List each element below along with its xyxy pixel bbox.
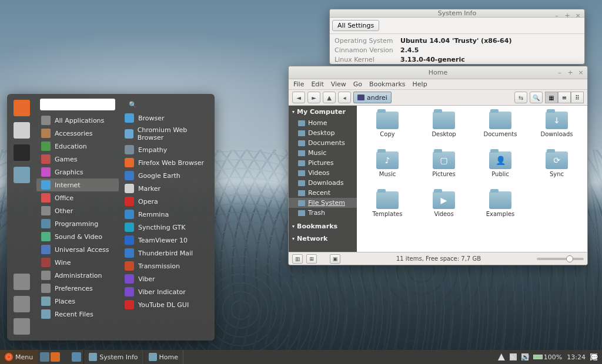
- sidebar-item-trash[interactable]: Trash: [289, 208, 357, 218]
- app-marker[interactable]: Marker: [121, 182, 212, 195]
- favorite-files[interactable]: [14, 122, 30, 139]
- favorite-disk1[interactable]: [14, 274, 30, 290]
- task-system-info[interactable]: System Info: [83, 350, 143, 364]
- sidebar-item-pictures[interactable]: Pictures: [289, 158, 357, 168]
- system-info-titlebar[interactable]: System Info – + ×: [330, 9, 584, 18]
- task-home[interactable]: Home: [143, 350, 183, 364]
- maximize-button[interactable]: +: [563, 11, 571, 19]
- folder-desktop[interactable]: Desktop: [417, 112, 471, 149]
- sidebar-item-desktop[interactable]: Desktop: [289, 128, 357, 138]
- favorite-disk2[interactable]: [14, 296, 30, 312]
- status-places-button[interactable]: ▥: [292, 254, 303, 264]
- app-youtube-dl-gui[interactable]: YouTube DL GUI: [121, 298, 212, 311]
- app-chromium-web-browser[interactable]: Chromium Web Browser: [121, 124, 212, 143]
- quick-launch-item[interactable]: [61, 352, 71, 362]
- nav-up-button[interactable]: ▲: [323, 92, 336, 103]
- category-all-applications[interactable]: All Applications: [36, 114, 119, 127]
- toggle-path-button[interactable]: ⇆: [514, 92, 527, 103]
- favorite-folder[interactable]: [14, 167, 30, 183]
- user-icon[interactable]: [498, 353, 505, 360]
- app-syncthing-gtk[interactable]: Syncthing GTK: [121, 221, 212, 234]
- volume-icon[interactable]: 🔊: [521, 353, 529, 360]
- app-browser[interactable]: Browser: [121, 112, 212, 124]
- category-accessories[interactable]: Accessories: [36, 127, 119, 140]
- notifications-icon[interactable]: 💬: [590, 353, 597, 360]
- app-google-earth[interactable]: Google Earth: [121, 169, 212, 182]
- category-office[interactable]: Office: [36, 191, 119, 204]
- battery-indicator[interactable]: 100%: [533, 353, 562, 361]
- quick-launch-item[interactable]: [51, 352, 60, 362]
- folder-videos[interactable]: ▶Videos: [417, 191, 471, 229]
- file-manager-titlebar[interactable]: Home – + ×: [289, 66, 587, 79]
- all-settings-button[interactable]: All Settings: [332, 20, 379, 31]
- menu-view[interactable]: View: [331, 80, 346, 88]
- sidebar-section-computer[interactable]: My Computer: [289, 106, 357, 118]
- minimize-button[interactable]: –: [556, 68, 564, 76]
- nav-path-button[interactable]: ◂: [338, 92, 351, 103]
- folder-pictures[interactable]: ▢Pictures: [417, 151, 471, 189]
- folder-templates[interactable]: Templates: [360, 191, 414, 229]
- view-list-button[interactable]: ≡: [558, 92, 571, 103]
- search-button[interactable]: 🔍: [530, 92, 543, 103]
- minimize-button[interactable]: –: [553, 11, 561, 19]
- favorite-firefox[interactable]: [14, 100, 30, 116]
- sidebar-item-downloads[interactable]: Downloads: [289, 178, 357, 188]
- menu-help[interactable]: Help: [413, 80, 427, 88]
- app-transmission[interactable]: Transmission: [121, 259, 212, 272]
- nav-forward-button[interactable]: ►: [307, 92, 320, 103]
- category-programming[interactable]: Programming: [36, 217, 119, 230]
- folder-copy[interactable]: Copy: [360, 112, 414, 149]
- category-internet[interactable]: Internet: [36, 178, 119, 191]
- favorite-power[interactable]: [14, 318, 30, 335]
- category-places[interactable]: Places: [36, 295, 119, 308]
- category-wine[interactable]: Wine: [36, 256, 119, 269]
- sidebar-item-home[interactable]: Home: [289, 118, 357, 128]
- app-thunderbird-mail[interactable]: Thunderbird Mail: [121, 247, 212, 259]
- sidebar-item-file-system[interactable]: File System: [289, 198, 357, 208]
- app-empathy[interactable]: Empathy: [121, 143, 212, 156]
- close-button[interactable]: ×: [574, 11, 582, 19]
- folder-public[interactable]: 👤Public: [473, 151, 527, 189]
- app-opera[interactable]: Opera: [121, 195, 212, 208]
- folder-downloads[interactable]: ↓Downloads: [530, 112, 584, 149]
- nav-back-button[interactable]: ◄: [292, 92, 305, 103]
- network-icon[interactable]: ✎: [510, 353, 517, 360]
- category-administration[interactable]: Administration: [36, 269, 119, 282]
- folder-sync[interactable]: ⟳Sync: [530, 151, 584, 189]
- close-button[interactable]: ×: [577, 68, 585, 76]
- path-segment-home[interactable]: andrei: [353, 92, 392, 103]
- app-viber-indicator[interactable]: Viber Indicator: [121, 285, 212, 298]
- folder-examples[interactable]: Examples: [473, 191, 527, 229]
- view-compact-button[interactable]: ⠿: [571, 92, 584, 103]
- app-search[interactable]: 🔍: [40, 99, 115, 110]
- sidebar-section-network[interactable]: Network: [289, 232, 357, 245]
- app-teamviewer-10[interactable]: TeamViewer 10: [121, 234, 212, 247]
- folder-documents[interactable]: Documents: [473, 112, 527, 149]
- status-tree-button[interactable]: ⊞: [306, 254, 317, 264]
- menu-go[interactable]: Go: [353, 80, 362, 88]
- status-sidebar-button[interactable]: ▣: [330, 254, 340, 264]
- menu-edit[interactable]: Edit: [311, 80, 323, 88]
- menu-file[interactable]: File: [293, 80, 304, 88]
- zoom-slider[interactable]: [537, 258, 584, 260]
- clock[interactable]: 13:24: [567, 353, 586, 361]
- quick-launch-item[interactable]: [40, 352, 49, 362]
- app-search-input[interactable]: [44, 101, 129, 109]
- folder-music[interactable]: ♪Music: [360, 151, 414, 189]
- sidebar-section-bookmarks[interactable]: Bookmarks: [289, 220, 357, 232]
- category-other[interactable]: Other: [36, 204, 119, 217]
- menu-bookmarks[interactable]: Bookmarks: [369, 80, 405, 88]
- maximize-button[interactable]: +: [566, 68, 574, 76]
- zoom-thumb[interactable]: [566, 255, 573, 262]
- category-sound-video[interactable]: Sound & Video: [36, 230, 119, 243]
- category-recent-files[interactable]: Recent Files: [36, 308, 119, 321]
- sidebar-item-videos[interactable]: Videos: [289, 168, 357, 178]
- menu-button[interactable]: Menu: [0, 350, 38, 364]
- app-viber[interactable]: Viber: [121, 272, 212, 285]
- category-games[interactable]: Games: [36, 153, 119, 166]
- category-universal-access[interactable]: Universal Access: [36, 243, 119, 256]
- category-education[interactable]: Education: [36, 140, 119, 153]
- app-firefox-web-browser[interactable]: Firefox Web Browser: [121, 156, 212, 169]
- category-graphics[interactable]: Graphics: [36, 166, 119, 178]
- category-preferences[interactable]: Preferences: [36, 282, 119, 295]
